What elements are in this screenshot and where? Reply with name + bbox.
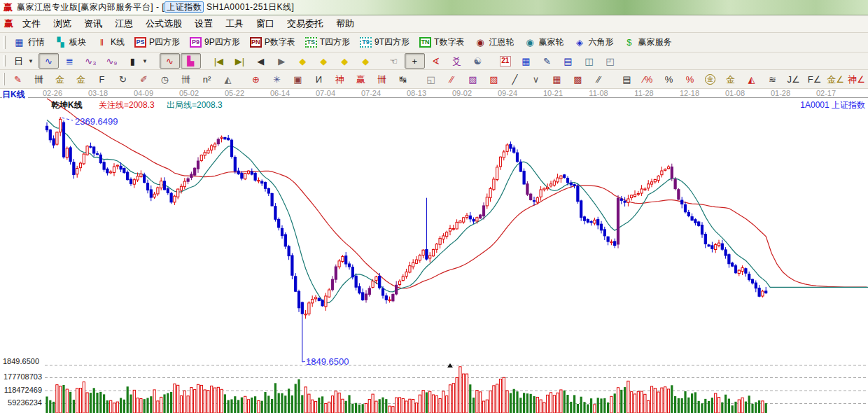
gann-wheel-button[interactable]: ◉江恩轮 (470, 35, 518, 50)
grid-fill-tool[interactable]: ▦ (547, 71, 567, 87)
gold-line-tool[interactable]: 金 (720, 71, 741, 87)
t-square-button[interactable]: TST四方形 (301, 35, 354, 50)
golden-arc-tool[interactable]: 金 (50, 71, 70, 87)
wave-overlay-tool[interactable]: ≋ (762, 71, 783, 87)
scale-right-button[interactable]: ◆ (314, 53, 334, 69)
first-page-button[interactable]: |◀ (209, 53, 229, 69)
ruler-2-tool[interactable]: 卌 (176, 71, 196, 87)
candle-style-selector[interactable]: ▮▼ (122, 53, 152, 69)
period-day-selector[interactable]: 日▼ (8, 53, 38, 69)
next-page-button[interactable]: ▶ (272, 53, 292, 69)
check-wave-tool[interactable]: ∨ (526, 71, 546, 87)
scale-compress-button-icon: ◆ (360, 55, 372, 66)
p-square-button-icon: PS (134, 37, 146, 48)
ruler-2-tool-icon: 卌 (180, 74, 192, 85)
winner-service-button[interactable]: $赢家服务 (619, 35, 676, 50)
info-panel-icon[interactable]: ≣ (59, 53, 80, 69)
ying-tool[interactable]: 赢 (351, 71, 371, 87)
attention-line-label: 关注线=2008.3 (99, 99, 155, 111)
winner-wheel-button[interactable]: ◉赢家轮 (519, 35, 568, 50)
notes-button[interactable]: ✎ (537, 53, 557, 69)
n-square-tool[interactable]: n² (197, 71, 217, 87)
nine-p-square-button[interactable]: P99P四方形 (186, 35, 244, 50)
percent-table-tool[interactable]: ▤ (617, 71, 637, 87)
wave-3-icon[interactable]: ∿₃ (80, 53, 101, 69)
j-angle-tool[interactable]: J∠ (783, 71, 804, 87)
ray-box-filled-tool[interactable]: ▨ (484, 71, 504, 87)
scale-expand-button[interactable]: ◆ (335, 53, 355, 69)
ruler-123-tool[interactable]: 卌 (372, 71, 392, 87)
selection-box-tool[interactable]: ◱ (421, 71, 441, 87)
save-button[interactable]: ▤ (558, 53, 578, 69)
network-data-button[interactable]: ◫ (579, 53, 599, 69)
ray-box-tool[interactable]: ▨ (463, 71, 483, 87)
star-grid-tool[interactable]: ✳ (267, 71, 287, 87)
square-target-tool[interactable]: ▣ (288, 71, 308, 87)
gann-wheel-small-tool[interactable]: ⊕ (246, 71, 266, 87)
menu-江恩[interactable]: 江恩 (108, 17, 139, 30)
scale-compress-button[interactable]: ◆ (356, 53, 376, 69)
trend-zigzag-icon[interactable]: ∿ (38, 53, 59, 69)
angle-measure-button[interactable]: ∢ (426, 53, 446, 69)
spiral-tool[interactable]: ↻ (113, 71, 133, 87)
golden-grid-tool[interactable]: 金 (71, 71, 91, 87)
menu-文件[interactable]: 文件 (16, 17, 47, 30)
p-square-button[interactable]: PSP四方形 (130, 35, 184, 50)
k-mark-tool[interactable]: И (309, 71, 329, 87)
parallel-lines-tool[interactable]: ∕∕ (589, 71, 609, 87)
menu-交易委托[interactable]: 交易委托 (281, 17, 330, 30)
menu-公式选股[interactable]: 公式选股 (139, 17, 188, 30)
t-number-table-button[interactable]: TNT数字表 (415, 35, 468, 50)
sectors-button[interactable]: ▚板块 (50, 35, 90, 50)
local-data-button[interactable]: ◰ (600, 53, 620, 69)
date-tick: 11-28 (634, 89, 653, 97)
title-symbol-highlight: 上证指数 (164, 1, 204, 13)
shen-tool[interactable]: 神 (330, 71, 350, 87)
pan-hand-button[interactable]: ☜ (384, 53, 404, 69)
menu-工具[interactable]: 工具 (219, 17, 250, 30)
date-tick: 09-24 (498, 89, 517, 97)
wave-9-icon[interactable]: ∿₉ (102, 53, 122, 69)
gann-tools-button[interactable]: 爻 (447, 53, 467, 69)
kline-button[interactable]: ‖K线 (92, 35, 129, 50)
menu-设置[interactable]: 设置 (188, 17, 219, 30)
scale-left-button[interactable]: ◆ (293, 53, 313, 69)
ruler-ticks-tool[interactable]: 卌 (29, 71, 49, 87)
angle-guide-tool[interactable]: ◭ (218, 71, 238, 87)
brush-tool[interactable]: ✎ (8, 71, 28, 87)
ray-fan-tool[interactable]: ∕∕ (442, 71, 462, 87)
p-number-table-button[interactable]: PNP数字表 (246, 35, 300, 50)
gold-circle-tool[interactable]: 金 (701, 71, 720, 87)
calendar-button[interactable]: 21 (496, 53, 515, 69)
volume-profile-icon[interactable]: ▙ (181, 53, 201, 69)
f-angle-tool[interactable]: F∠ (804, 71, 825, 87)
date-tick: 08-13 (407, 89, 426, 97)
chart-canvas[interactable] (0, 98, 868, 413)
menu-帮助[interactable]: 帮助 (330, 17, 360, 30)
menu-窗口[interactable]: 窗口 (250, 17, 281, 30)
grid-frame-tool[interactable]: ▩ (568, 71, 588, 87)
prev-page-button[interactable]: ◀ (251, 53, 271, 69)
gann-brush-tool[interactable]: ✐ (134, 71, 154, 87)
slash-percent-tool[interactable]: ∕% (638, 71, 658, 87)
chip-peak-tool[interactable]: ◭ (741, 71, 762, 87)
crosshair-button[interactable]: + (405, 53, 425, 69)
percent-tool[interactable]: % (659, 71, 679, 87)
percent-line-tool[interactable]: % (680, 71, 700, 87)
trend-line-tool[interactable]: ╱ (505, 71, 525, 87)
measure-width-tool[interactable]: ↹ (393, 71, 413, 87)
gold-angle-tool[interactable]: 金∠ (825, 71, 846, 87)
hexagon-button[interactable]: ◈六角形 (569, 35, 617, 50)
f-ruler-tool[interactable]: F (92, 71, 112, 87)
menu-浏览[interactable]: 浏览 (47, 17, 78, 30)
nine-t-square-button[interactable]: T99T四方形 (356, 35, 414, 50)
square-target-tool-icon: ▣ (292, 74, 304, 85)
cycle-clock-tool[interactable]: ◷ (155, 71, 175, 87)
calculator-button[interactable]: ▦ (516, 53, 536, 69)
last-page-button[interactable]: ▶| (230, 53, 250, 69)
analysis-button[interactable]: ☯ (468, 53, 488, 69)
quotes-button[interactable]: ▦行情 (9, 35, 49, 50)
menu-资讯[interactable]: 资讯 (78, 17, 108, 30)
shen-angle-tool[interactable]: 神∠ (846, 71, 867, 87)
qiankun-kline-icon[interactable]: ∿ (160, 53, 180, 69)
